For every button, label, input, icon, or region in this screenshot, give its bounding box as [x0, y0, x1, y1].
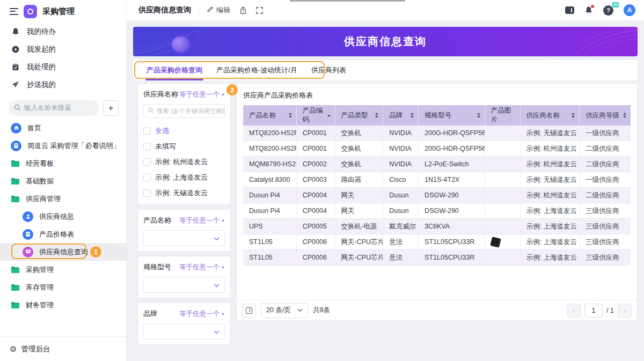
column-header[interactable]: 产品名称 [243, 105, 297, 126]
filter-option[interactable]: 全选 [143, 123, 225, 138]
filter-option[interactable]: 未填写 [143, 138, 225, 154]
sidebar-menu-item[interactable]: 采购管理 [0, 261, 126, 278]
notifications-button[interactable] [584, 6, 593, 14]
sort-icon[interactable] [375, 113, 378, 118]
help-button[interactable]: ? AI [603, 5, 613, 16]
table-cell: 1N1S-4T2X [419, 172, 485, 187]
divider [199, 6, 199, 14]
fullscreen-button[interactable] [256, 7, 263, 14]
filter-search-input[interactable]: 搜索 (多个关键词用空格隔开) [143, 104, 225, 118]
column-header[interactable]: 产品编码 [297, 105, 335, 126]
sidebar-menu-item[interactable]: 首页 [0, 119, 126, 137]
sort-icon[interactable] [623, 113, 626, 118]
menu-item-label: 首页 [27, 123, 41, 133]
sidebar-menu-item[interactable]: 供应商信息 [0, 208, 126, 225]
table-header: 产品名称产品编码产品类型品牌规格型号产品图片供应商名称供应商等级 [243, 105, 631, 126]
filter-operator-label: 等于任意一个 [179, 263, 219, 272]
sort-icon[interactable] [411, 113, 414, 118]
table-row[interactable]: MTQ8200-HS2FCP0001交换机NVIDIA200G-HDR-QSFP… [243, 141, 631, 157]
table-cell: 意法 [383, 250, 419, 265]
column-header[interactable]: 产品图片 [485, 105, 521, 126]
annotation-badge-2: 2 [226, 84, 238, 95]
caret-down-icon: ▼ [221, 266, 225, 269]
page-size-select[interactable]: 20 条/页 [261, 303, 308, 318]
sidebar-menu-item[interactable]: 产品价格表 [0, 225, 126, 243]
share-button[interactable] [239, 6, 247, 14]
add-button[interactable]: + [103, 100, 119, 116]
column-header[interactable]: 供应商等级 [580, 105, 631, 126]
sidebar-menu-item[interactable]: 经营看板 [0, 154, 126, 172]
filter-column: 供应商名称 等于任意一个▼ 搜索 (多个关键词用空格隔开) 全选未填写示例: 杭… [137, 83, 231, 349]
quick-item[interactable]: 抄送我的 [0, 76, 126, 93]
quick-item[interactable]: 我处理的 [0, 58, 126, 76]
table-row[interactable]: UPSCP0005交换机-电源戴克威尔3C6KVA示例: 上海道友云三级供应商 [243, 219, 631, 234]
table-row[interactable]: ST1L05CP0006网关-CPU芯片意法ST1L05CPU33R示例: 上海… [243, 250, 631, 266]
sidebar-menu-item[interactable]: 供应商信息查询1 [0, 243, 126, 261]
column-header[interactable]: 品牌 [383, 105, 419, 126]
hamburger-menu-icon[interactable] [10, 8, 18, 15]
tab-strip: 产品采购价格查询产品采购价格-波动统计/月供应商列表 [133, 60, 638, 80]
menu-item-label: 财务管理 [26, 300, 54, 310]
filter-operator-dropdown[interactable]: 等于任意一个▼ [179, 263, 225, 272]
prev-page-button[interactable]: ‹ [567, 304, 581, 318]
filter-option[interactable]: 示例: 杭州道友云 [143, 154, 225, 170]
admin-footer[interactable]: ⚙ 管理后台 [0, 336, 126, 361]
filter-option[interactable]: 示例: 上海道友云 [143, 170, 225, 185]
tab-item[interactable]: 产品采购价格-波动统计/月 [209, 60, 304, 80]
column-header[interactable]: 产品类型 [335, 105, 384, 126]
data-table: 产品名称产品编码产品类型品牌规格型号产品图片供应商名称供应商等级 MTQ8200… [243, 105, 631, 266]
filter-select[interactable] [143, 277, 225, 293]
checkbox[interactable] [143, 158, 151, 166]
table-row[interactable]: MTQ8200-HS2FCP0001交换机NVIDIA200G-HDR-QSFP… [243, 126, 631, 141]
sidebar-toggle-icon[interactable] [565, 6, 574, 14]
tab-item[interactable]: 供应商列表 [304, 60, 353, 80]
filter-operator-dropdown[interactable]: 等于任意一个▼ [179, 310, 225, 319]
table-row[interactable]: Dusun Pi4CP0004网关DusunDSGW-290示例: 杭州道友云二… [243, 188, 631, 203]
table-row[interactable]: MQM8790-HS2RCP0002交换机NVIDIAL2-PoE-Switch… [243, 157, 631, 172]
table-row[interactable]: Dusun Pi4CP0004网关DusunDSGW-290示例: 上海道友云三… [243, 203, 631, 219]
table-row[interactable]: Catalyst 8300CP0003路由器Cisco1N1S-4T2X示例: … [243, 172, 631, 188]
menu-item-label: 基础数据 [26, 176, 54, 186]
filter-operator-dropdown[interactable]: 等于任意一个▼ [179, 90, 225, 99]
quick-item[interactable]: 我发起的 [0, 40, 126, 58]
filter-select[interactable] [143, 323, 225, 340]
pager: ‹ 1 / 1 › [567, 304, 632, 318]
sort-icon[interactable] [572, 113, 575, 118]
checkbox[interactable] [143, 174, 151, 181]
column-header-label: 品牌 [389, 111, 402, 120]
sidebar-menu-item[interactable]: 基础数据 [0, 172, 126, 190]
search-input[interactable]: 输入名称来搜索 [9, 100, 99, 116]
column-header[interactable]: 供应商名称 [521, 105, 580, 126]
quick-item[interactable]: 我的待办 [0, 23, 126, 40]
table-cell: 200G-HDR-QSFP56 [419, 141, 485, 156]
next-page-button[interactable]: › [618, 304, 632, 318]
filter-label: 供应商名称 [143, 90, 178, 99]
checkbox[interactable] [143, 143, 151, 150]
sidebar-menu-item[interactable]: 供应商管理 [0, 190, 126, 208]
column-header[interactable]: 规格型号 [419, 105, 485, 126]
checkbox[interactable] [143, 127, 151, 135]
filter-select[interactable] [143, 230, 225, 246]
avatar[interactable]: A [624, 4, 635, 16]
filter-option[interactable]: 示例: 无锡道友云 [143, 185, 225, 201]
doc-icon [11, 141, 21, 151]
filter-group: 品牌等于任意一个▼ [137, 303, 231, 345]
sidebar-menu-item[interactable]: 财务管理 [0, 296, 126, 314]
tab-active[interactable]: 产品采购价格查询 [140, 60, 209, 80]
sort-icon[interactable] [289, 113, 292, 118]
current-page-input[interactable]: 1 [584, 304, 603, 318]
sort-icon[interactable] [477, 113, 480, 118]
table-row[interactable]: ST1L05CP0006网关-CPU芯片意法ST1L05CPU33R示例: 上海… [243, 234, 631, 250]
checkbox[interactable] [143, 189, 151, 197]
edit-button[interactable]: 编辑 [207, 5, 230, 15]
filter-operator-dropdown[interactable]: 等于任意一个▼ [179, 216, 225, 225]
table-cell: MTQ8200-HS2F [243, 126, 297, 141]
folder-icon [11, 301, 20, 309]
sort-asc-icon[interactable] [327, 114, 331, 116]
sidebar-menu-item[interactable]: 简道云 采购管理「必看说明」 [0, 137, 126, 154]
column-settings-button[interactable] [242, 304, 256, 318]
sidebar-header: 采购管理 [0, 0, 126, 23]
table-cell: 200G-HDR-QSFP56 [419, 126, 485, 141]
app-title: 采购管理 [42, 6, 75, 17]
sidebar-menu-item[interactable]: 库存管理 [0, 278, 126, 296]
